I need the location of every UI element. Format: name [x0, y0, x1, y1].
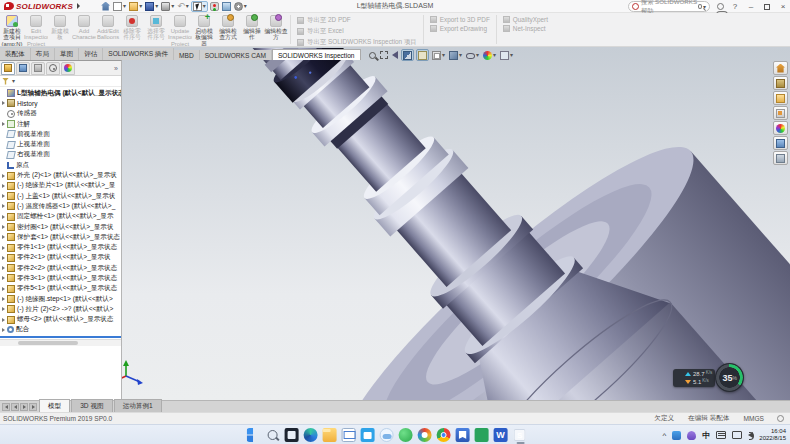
- tab-feature-manager[interactable]: [1, 62, 15, 75]
- tree-item[interactable]: 传感器: [0, 109, 121, 119]
- speaker-icon[interactable]: [748, 432, 753, 438]
- ribbon-button[interactable]: 新建模 板: [48, 13, 72, 46]
- pane-overflow-icon[interactable]: »: [114, 65, 120, 72]
- taskbar-chrome[interactable]: [437, 428, 451, 442]
- dropdown-caret-icon[interactable]: ▾: [203, 3, 206, 9]
- command-tab[interactable]: 草图: [55, 48, 79, 60]
- ribbon-button[interactable]: Add/Edit Balloons: [96, 13, 120, 46]
- dropdown-caret-icon[interactable]: ▾: [493, 52, 496, 58]
- tray-app-purple-icon[interactable]: [687, 431, 696, 440]
- tree-item[interactable]: 前视基准面: [0, 129, 121, 139]
- save-button[interactable]: ▾: [144, 1, 159, 12]
- export-button[interactable]: 导出至 2D PDF: [297, 16, 417, 25]
- home-button[interactable]: [100, 1, 111, 12]
- ribbon-button[interactable]: Update Inspection Project: [168, 13, 192, 46]
- minimize-button[interactable]: –: [746, 0, 756, 13]
- select-button[interactable]: ▾: [191, 1, 208, 12]
- tree-item[interactable]: (-) 拉片 (2)<2> ->? (默认<<默认>: [0, 304, 121, 314]
- tree-item[interactable]: 零件1<1> (默认<<默认>_显示状态: [0, 242, 121, 252]
- export-button[interactable]: Export eDrawing: [430, 25, 490, 32]
- login-icon[interactable]: [717, 3, 724, 10]
- help-button[interactable]: ?: [730, 0, 740, 13]
- tree-item[interactable]: 配合: [0, 325, 121, 335]
- taskbar-word[interactable]: W: [494, 428, 508, 442]
- taskbar-search[interactable]: [268, 430, 278, 440]
- help-search-box[interactable]: 搜索 SOLIDWORKS 帮助 ▾: [628, 1, 710, 12]
- status-item[interactable]: MMGS: [743, 415, 764, 422]
- edit-appearance-button[interactable]: ▾: [482, 49, 497, 61]
- rebuild-button[interactable]: [209, 1, 220, 12]
- taskbar-wps[interactable]: [475, 428, 489, 442]
- filter-caret-icon[interactable]: ▾: [12, 78, 15, 84]
- forum-tab[interactable]: [773, 151, 788, 165]
- tree-item[interactable]: 固定螺栓<1> (默认<<默认>_显示: [0, 212, 121, 222]
- taskbar-task-view[interactable]: [285, 428, 299, 442]
- solidworks-resources-tab[interactable]: [773, 61, 788, 75]
- custom-properties-tab[interactable]: [773, 136, 788, 150]
- export-button[interactable]: QualityXpert: [503, 16, 548, 23]
- taskbar-edge[interactable]: [304, 428, 318, 442]
- tree-item[interactable]: 右视基准面: [0, 150, 121, 160]
- zoom-area-button[interactable]: [379, 49, 389, 61]
- tree-horizontal-scrollbar[interactable]: [0, 339, 121, 346]
- ribbon-button[interactable]: 编辑检 查方式: [216, 13, 240, 46]
- file-explorer-tab[interactable]: [773, 91, 788, 105]
- net-speed-overlay[interactable]: 28.7K/s 5.1K/s 35%: [683, 363, 744, 392]
- 3d-model-shaft-assembly[interactable]: [122, 48, 790, 400]
- tab-display-manager[interactable]: [61, 62, 75, 75]
- ribbon-button[interactable]: Add Characteristic: [72, 13, 96, 46]
- command-tab[interactable]: MBD: [174, 50, 200, 60]
- open-button[interactable]: ▾: [128, 1, 143, 12]
- design-library-tab[interactable]: [773, 76, 788, 90]
- tab-nav-last[interactable]: [29, 403, 37, 411]
- tray-chevron-icon[interactable]: ^: [663, 431, 667, 440]
- ribbon-button[interactable]: 编辑检查 方: [264, 13, 288, 46]
- taskbar-start[interactable]: [247, 428, 261, 442]
- display-style-button[interactable]: ▾: [448, 49, 463, 61]
- tree-item[interactable]: 零件2<2> (默认<<默认>_显示状态: [0, 263, 121, 273]
- tree-item[interactable]: 零件3<1> (默认<<默认>_显示状态: [0, 273, 121, 283]
- tab-nav-prev[interactable]: [11, 403, 19, 411]
- options-button[interactable]: ▾: [233, 1, 248, 12]
- command-tab[interactable]: 布局: [31, 48, 55, 60]
- ime-language-indicator[interactable]: 中: [702, 430, 710, 441]
- tree-filter[interactable]: ▾: [0, 76, 121, 87]
- taskbar-weather[interactable]: [380, 428, 394, 442]
- tree-item[interactable]: 外壳 (2)<1> (默认<<默认>_显示状: [0, 170, 121, 180]
- tray-app-blue-icon[interactable]: [672, 431, 681, 440]
- tree-item[interactable]: 注解: [0, 119, 121, 129]
- ribbon-button[interactable]: 编辑操 作: [240, 13, 264, 46]
- tab-configuration-manager[interactable]: [31, 62, 45, 75]
- close-button[interactable]: ×: [778, 0, 788, 13]
- view-palette-tab[interactable]: [773, 106, 788, 120]
- taskbar-green-app[interactable]: [399, 428, 413, 442]
- taskbar-solidworks[interactable]: S: [514, 429, 526, 441]
- section-view-button[interactable]: [401, 49, 414, 61]
- tab-nav-first[interactable]: [2, 403, 10, 411]
- tree-item[interactable]: 零件2<1> (默认<<默认>_显示状: [0, 253, 121, 263]
- dropdown-caret-icon[interactable]: ▾: [155, 3, 158, 9]
- command-tab[interactable]: SOLIDWORKS CAM: [200, 50, 272, 60]
- dropdown-caret-icon[interactable]: ▾: [186, 3, 189, 9]
- menu-expand-icon[interactable]: [77, 3, 80, 9]
- command-tab[interactable]: 评估: [79, 48, 103, 60]
- dropdown-caret-icon[interactable]: ▾: [510, 52, 513, 58]
- search-icon[interactable]: [698, 4, 702, 9]
- export-button[interactable]: Net-Inspect: [503, 25, 548, 32]
- taskbar-mail[interactable]: [342, 428, 356, 442]
- previous-view-button[interactable]: [391, 49, 399, 61]
- tree-item[interactable]: 螺母<2> (默认<<默认>_显示状态: [0, 315, 121, 325]
- status-tag-icon[interactable]: [777, 415, 784, 422]
- taskbar-browser-360[interactable]: [418, 428, 432, 442]
- ribbon-button[interactable]: 新建检 查项目 (amp;N): [0, 13, 24, 46]
- ribbon-button[interactable]: 选择零 件序号: [144, 13, 168, 46]
- tree-item[interactable]: (-) 温度传感器<1> (默认<<默认>_: [0, 201, 121, 211]
- dropdown-caret-icon[interactable]: ▾: [244, 3, 247, 9]
- appearances-scenes-tab[interactable]: [773, 121, 788, 135]
- tree-item[interactable]: 零件5<1> (默认<<默认>_显示状态: [0, 284, 121, 294]
- tree-item[interactable]: (-) 绝缘垫片<1> (默认<<默认>_显: [0, 181, 121, 191]
- print-button[interactable]: ▾: [160, 1, 175, 12]
- taskbar-store[interactable]: [361, 428, 375, 442]
- clock[interactable]: 16:04 2022/8/15: [759, 428, 786, 443]
- export-button[interactable]: 导出至 Excel: [297, 27, 417, 36]
